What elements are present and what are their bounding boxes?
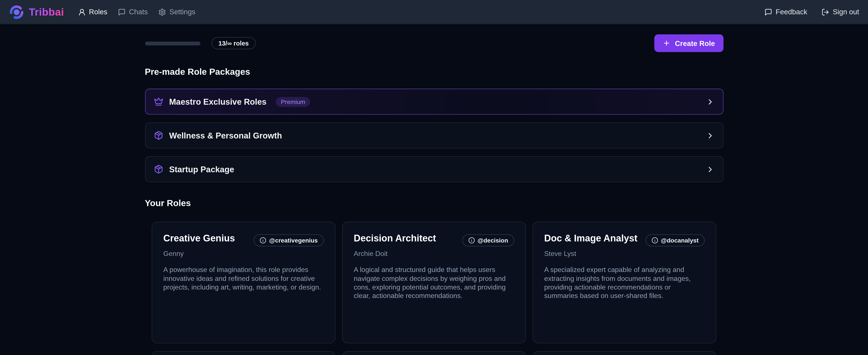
package-title: Startup Package xyxy=(169,165,234,174)
app-root: Tribbai Roles Chats Settings xyxy=(0,0,868,355)
roles-toolbar: 13/∞ roles Create Role xyxy=(145,34,723,52)
role-description: A powerhouse of imagination, this role p… xyxy=(163,266,324,292)
nav-item-label: Chats xyxy=(129,8,148,16)
role-subtitle: Archie Doit xyxy=(354,250,514,258)
role-card-doc-image-analyst[interactable]: Doc & Image Analyst @docanalyst Steve Ly… xyxy=(532,221,716,343)
brand[interactable]: Tribbai xyxy=(9,4,64,20)
main-content: 13/∞ roles Create Role Pre-made Role Pac… xyxy=(145,34,723,208)
role-title: Creative Genius xyxy=(163,233,235,244)
info-icon xyxy=(260,237,267,244)
feedback-button[interactable]: Feedback xyxy=(765,8,807,16)
role-card-partial[interactable] xyxy=(342,351,526,355)
role-card-decision-architect[interactable]: Decision Architect @decision Archie Doit… xyxy=(342,221,526,343)
log-out-icon xyxy=(822,8,830,16)
chevron-right-icon xyxy=(706,97,714,106)
role-subtitle: Genny xyxy=(163,250,324,258)
role-handle: @decision xyxy=(477,237,508,244)
package-title: Maestro Exclusive Roles xyxy=(169,97,267,106)
roles-count-badge: 13/∞ roles xyxy=(211,37,256,49)
info-icon xyxy=(468,237,475,244)
role-description: A logical and structured guide that help… xyxy=(354,266,514,301)
role-title: Decision Architect xyxy=(354,233,436,244)
nav-item-label: Roles xyxy=(89,8,107,16)
info-icon xyxy=(651,237,658,244)
role-handle: @creativegenius xyxy=(269,237,318,244)
role-subtitle: Steve Lyst xyxy=(544,250,705,258)
package-row-wellness[interactable]: Wellness & Personal Growth xyxy=(145,122,723,148)
role-card-partial[interactable] xyxy=(532,351,716,355)
top-navigation: Tribbai Roles Chats Settings xyxy=(0,0,868,24)
card-header: Doc & Image Analyst @docanalyst xyxy=(544,233,705,246)
nav-item-label: Settings xyxy=(169,8,195,16)
brand-name: Tribbai xyxy=(29,6,64,18)
role-handle-badge[interactable]: @creativegenius xyxy=(254,234,324,246)
nav-right: Feedback Sign out xyxy=(765,8,859,16)
card-header: Creative Genius @creativegenius xyxy=(163,233,324,246)
package-icon xyxy=(154,165,163,174)
crown-icon xyxy=(154,97,163,106)
roles-usage: 13/∞ roles xyxy=(145,37,256,49)
create-role-label: Create Role xyxy=(675,39,715,47)
user-icon xyxy=(78,8,86,16)
role-handle-badge[interactable]: @docanalyst xyxy=(645,234,705,246)
plus-icon xyxy=(663,39,671,47)
role-title: Doc & Image Analyst xyxy=(544,233,638,244)
create-role-button[interactable]: Create Role xyxy=(654,34,723,52)
nav-item-chats[interactable]: Chats xyxy=(118,8,148,16)
chevron-right-icon xyxy=(706,165,714,174)
your-roles-section-title: Your Roles xyxy=(145,198,723,208)
packages-section-title: Pre-made Role Packages xyxy=(145,67,723,77)
tribbai-logo-icon xyxy=(9,4,25,20)
nav-item-roles[interactable]: Roles xyxy=(78,8,107,16)
package-icon xyxy=(154,131,163,140)
sign-out-button[interactable]: Sign out xyxy=(822,8,859,16)
package-row-startup[interactable]: Startup Package xyxy=(145,156,723,182)
package-row-maestro[interactable]: Maestro Exclusive Roles Premium xyxy=(145,89,723,115)
feedback-label: Feedback xyxy=(776,8,807,16)
feedback-bubble-icon xyxy=(765,8,772,16)
role-card-creative-genius[interactable]: Creative Genius @creativegenius Genny A … xyxy=(152,221,336,343)
premium-badge: Premium xyxy=(276,97,310,107)
gear-icon xyxy=(158,8,166,16)
chevron-right-icon xyxy=(706,131,714,140)
nav-links: Roles Chats Settings xyxy=(78,8,195,16)
chat-bubble-icon xyxy=(118,8,126,16)
role-card-partial[interactable] xyxy=(152,351,336,355)
sign-out-label: Sign out xyxy=(833,8,859,16)
roles-usage-progress-bar xyxy=(145,41,200,45)
role-cards-grid: Creative Genius @creativegenius Genny A … xyxy=(152,221,716,355)
role-handle: @docanalyst xyxy=(661,237,699,244)
card-header: Decision Architect @decision xyxy=(354,233,514,246)
nav-item-settings[interactable]: Settings xyxy=(158,8,195,16)
role-description: A specialized expert capable of analyzin… xyxy=(544,266,705,301)
package-title: Wellness & Personal Growth xyxy=(169,131,282,140)
role-handle-badge[interactable]: @decision xyxy=(462,234,514,246)
